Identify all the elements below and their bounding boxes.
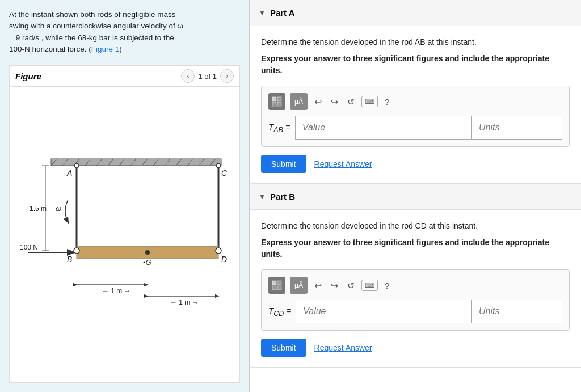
svg-rect-46 (272, 281, 276, 285)
svg-text:1.5 m: 1.5 m (30, 205, 47, 213)
part-b-content: Determine the tension developed in the r… (250, 210, 581, 367)
keyboard-button-a[interactable]: ⌨ (361, 96, 378, 107)
svg-text:ω: ω (56, 204, 61, 213)
part-a-request-button[interactable]: Request Answer (314, 159, 372, 168)
undo-button-b[interactable]: ↩ (312, 279, 324, 292)
figure-count: 1 of 1 (198, 72, 217, 81)
next-figure-button[interactable]: › (220, 69, 234, 83)
help-button-b[interactable]: ? (382, 280, 391, 292)
svg-rect-45 (277, 102, 281, 106)
redo-button-a[interactable]: ↪ (329, 95, 340, 108)
left-panel: At the instant shown both rods of neglig… (0, 0, 250, 392)
part-b-note: Express your answer to three significant… (261, 237, 570, 260)
part-a-header[interactable]: ▼ Part A (250, 0, 581, 26)
svg-rect-42 (272, 97, 276, 101)
svg-text:B: B (67, 255, 72, 264)
figure-link[interactable]: Figure 1 (91, 45, 120, 53)
prev-figure-button[interactable]: ‹ (181, 69, 195, 83)
part-b-label: Part B (270, 192, 295, 201)
matrix-icon-a (272, 96, 282, 107)
mu-button-a[interactable]: μÂ (290, 93, 308, 110)
part-b-equation-label: TCD = (268, 306, 291, 318)
undo-button-a[interactable]: ↩ (312, 95, 324, 108)
figure-nav: ‹ 1 of 1 › (181, 69, 234, 83)
part-a-content: Determine the tension developed in the r… (250, 26, 581, 183)
part-b-arrow: ▼ (259, 193, 266, 201)
part-b-section: ▼ Part B Determine the tension developed… (250, 184, 581, 368)
svg-rect-47 (277, 281, 281, 285)
keyboard-button-b[interactable]: ⌨ (361, 280, 378, 291)
part-a-desc: Determine the tension developed in the r… (261, 36, 570, 48)
svg-text:•G: •G (143, 258, 151, 267)
part-b-action-row: Submit Request Answer (261, 339, 570, 357)
problem-line2: swing with a counterclockwise angular ve… (9, 22, 183, 30)
svg-text:100 N: 100 N (20, 243, 38, 251)
svg-rect-44 (272, 102, 276, 106)
part-b-input-row: TCD = (268, 300, 562, 323)
figure-area: Figure ‹ 1 of 1 › (9, 65, 240, 383)
figure-diagram: A C ω (10, 87, 239, 381)
part-b-value-input[interactable] (296, 300, 471, 323)
part-b-desc: Determine the tension developed in the r… (261, 220, 570, 232)
svg-text:← 1 m →: ← 1 m → (102, 287, 131, 295)
part-a-input-row: TAB = (268, 116, 562, 140)
help-button-a[interactable]: ? (382, 96, 391, 108)
figure-header: Figure ‹ 1 of 1 › (10, 66, 239, 87)
problem-line3: = 9 rad/s , while the 68-kg bar is subje… (9, 33, 174, 42)
svg-text:A: A (66, 168, 72, 178)
part-b-header[interactable]: ▼ Part B (250, 184, 581, 210)
problem-text: At the instant shown both rods of neglig… (9, 9, 240, 55)
part-a-equation-label: TAB = (268, 122, 290, 134)
svg-point-24 (74, 248, 79, 254)
part-b-request-button[interactable]: Request Answer (314, 343, 372, 352)
problem-line1: At the instant shown both rods of neglig… (9, 10, 175, 19)
matrix-button-b[interactable] (268, 277, 285, 294)
part-b-toolbar: μÂ ↩ ↪ ↺ ⌨ ? (268, 277, 562, 294)
part-a-submit-button[interactable]: Submit (261, 155, 306, 173)
svg-text:D: D (221, 255, 227, 264)
svg-point-19 (216, 163, 221, 168)
mu-button-b[interactable]: μÂ (290, 277, 308, 294)
part-a-section: ▼ Part A Determine the tension developed… (250, 0, 581, 184)
part-b-units-input[interactable] (471, 300, 562, 323)
svg-rect-49 (277, 286, 281, 290)
problem-paren: ) (119, 45, 122, 53)
svg-rect-43 (277, 97, 281, 101)
diagram-svg: A C ω (17, 154, 233, 313)
figure-title: Figure (15, 71, 41, 81)
part-a-note: Express your answer to three significant… (261, 53, 570, 77)
redo-button-b[interactable]: ↪ (329, 279, 340, 292)
part-a-answer-box: μÂ ↩ ↪ ↺ ⌨ ? TAB = (261, 86, 570, 147)
part-b-answer-box: μÂ ↩ ↪ ↺ ⌨ ? TCD = (261, 269, 570, 331)
svg-point-25 (216, 248, 221, 254)
part-a-label: Part A (270, 8, 295, 18)
right-panel: ▼ Part A Determine the tension developed… (250, 0, 581, 392)
matrix-button-a[interactable] (268, 93, 285, 110)
problem-line4: 100-N horizontal force. ( (9, 45, 91, 53)
svg-text:C: C (221, 168, 228, 178)
part-a-action-row: Submit Request Answer (261, 155, 570, 173)
refresh-button-a[interactable]: ↺ (345, 95, 357, 108)
svg-text:← 1 m →: ← 1 m → (170, 298, 199, 306)
part-a-toolbar: μÂ ↩ ↪ ↺ ⌨ ? (268, 93, 562, 110)
svg-rect-48 (272, 286, 276, 290)
part-a-value-input[interactable] (295, 116, 471, 140)
part-b-submit-button[interactable]: Submit (261, 339, 306, 357)
part-a-units-input[interactable] (471, 116, 562, 140)
matrix-icon-b (272, 280, 282, 290)
part-a-arrow: ▼ (259, 9, 266, 17)
refresh-button-b[interactable]: ↺ (345, 279, 357, 292)
svg-point-28 (145, 250, 150, 255)
svg-point-18 (74, 163, 79, 168)
